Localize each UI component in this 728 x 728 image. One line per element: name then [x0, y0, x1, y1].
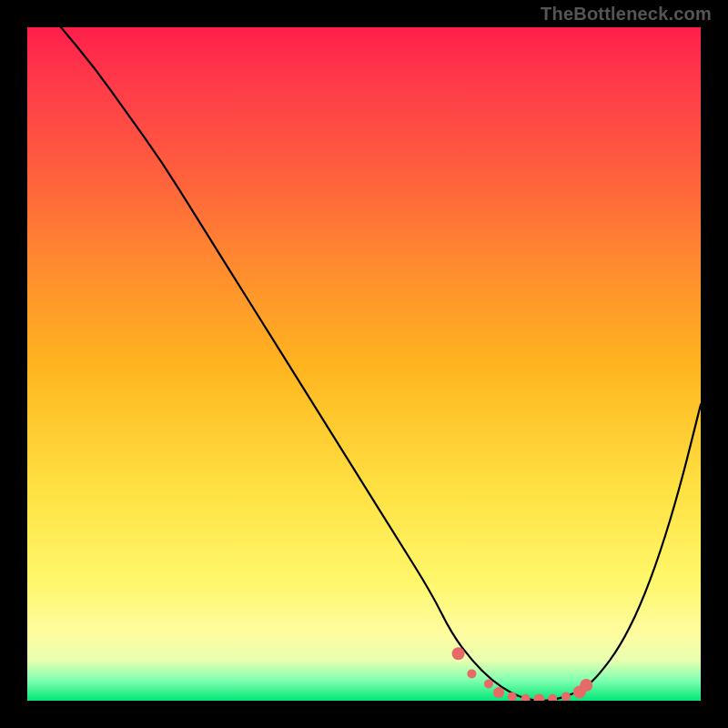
highlight-dot — [493, 687, 504, 698]
bottleneck-curve — [61, 27, 701, 701]
highlight-dots — [452, 647, 593, 701]
highlight-dot — [580, 679, 592, 692]
highlight-dot — [467, 669, 476, 678]
highlight-dot — [533, 694, 544, 702]
highlight-dot — [561, 693, 571, 701]
highlight-dot — [548, 694, 557, 701]
highlight-dot — [484, 680, 493, 689]
highlight-dot — [573, 685, 586, 698]
highlight-dot — [508, 693, 517, 701]
highlight-dot — [521, 694, 531, 701]
plot-area — [27, 27, 701, 701]
chart-container: TheBottleneck.com — [0, 0, 728, 728]
highlight-dot — [452, 647, 465, 660]
watermark-text: TheBottleneck.com — [541, 4, 712, 25]
curve-svg — [27, 27, 701, 701]
